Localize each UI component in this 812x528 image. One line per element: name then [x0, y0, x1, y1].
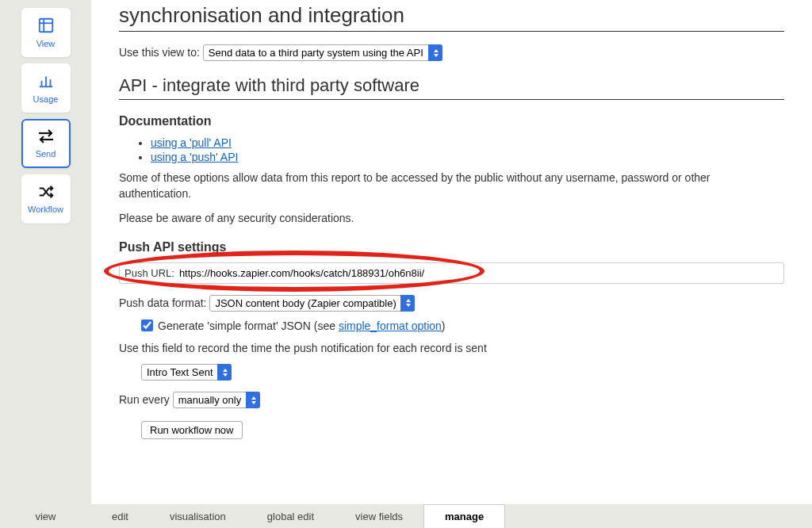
tab-visualisation[interactable]: visualisation: [149, 504, 247, 528]
simple-format-checkbox[interactable]: [141, 319, 153, 331]
svg-rect-0: [39, 19, 52, 33]
shuffle-icon: [37, 184, 55, 202]
list-item: using a 'pull' API: [151, 136, 784, 149]
tab-manage[interactable]: manage: [423, 504, 505, 528]
doc-links: using a 'pull' API using a 'push' API: [151, 136, 784, 163]
list-item: using a 'push' API: [151, 151, 784, 163]
bar-chart-icon: [37, 72, 55, 92]
warning-text-2: Please be aware of any security consider…: [119, 210, 784, 226]
simple-format-label: Generate 'simple format' JSON (see simpl…: [158, 319, 446, 332]
tab-edit[interactable]: edit: [91, 504, 149, 528]
api-heading: API - integrate with third party softwar…: [119, 75, 784, 100]
record-time-text: Use this field to record the time the pu…: [119, 340, 784, 356]
sidebar-item-usage[interactable]: Usage: [21, 63, 71, 113]
push-settings-heading: Push API settings: [119, 240, 784, 254]
push-api-link[interactable]: using a 'push' API: [151, 151, 238, 163]
simple-format-link[interactable]: simple_format option: [339, 319, 442, 332]
run-every-select[interactable]: manually only: [173, 392, 260, 408]
push-url-input[interactable]: [179, 266, 779, 281]
push-url-row: Push URL:: [119, 262, 784, 284]
warning-text-1: Some of these options allow data from th…: [119, 170, 784, 202]
simple-format-row: Generate 'simple format' JSON (see simpl…: [141, 319, 784, 332]
push-format-select[interactable]: JSON content body (Zapier compatible): [209, 295, 415, 312]
push-url-label: Push URL:: [124, 267, 174, 279]
tab-view[interactable]: view: [0, 504, 91, 528]
record-time-field-row: Intro Text Sent: [141, 364, 784, 381]
use-view-label: Use this view to:: [119, 46, 200, 59]
tab-view-fields[interactable]: view fields: [335, 504, 423, 528]
page-title: synchronisation and integration: [119, 3, 784, 32]
sidebar-item-send[interactable]: Send: [21, 119, 71, 168]
run-workflow-button[interactable]: Run workflow now: [141, 421, 243, 439]
documentation-heading: Documentation: [119, 114, 784, 128]
use-view-row: Use this view to: Send data to a third p…: [119, 44, 784, 61]
transfer-icon: [36, 128, 56, 147]
pull-api-link[interactable]: using a 'pull' API: [151, 136, 232, 149]
sidebar-item-workflow[interactable]: Workflow: [21, 174, 71, 224]
bottom-tabs: view edit visualisation global edit view…: [0, 504, 812, 528]
sidebar-item-view[interactable]: View: [21, 8, 71, 57]
push-format-label: Push data format:: [119, 297, 207, 309]
tab-global-edit[interactable]: global edit: [247, 504, 335, 528]
run-every-row: Run every manually only: [119, 392, 784, 408]
main-content: synchronisation and integration Use this…: [91, 0, 812, 504]
sidebar-item-label: Workflow: [28, 205, 63, 214]
use-view-select[interactable]: Send data to a third party system using …: [203, 44, 442, 61]
sidebar: View Usage Send Workflow: [0, 0, 91, 528]
grid-icon: [37, 17, 55, 36]
record-time-select[interactable]: Intro Text Sent: [141, 364, 232, 381]
push-format-row: Push data format: JSON content body (Zap…: [119, 295, 784, 312]
sidebar-item-label: Usage: [33, 94, 59, 104]
sidebar-item-label: View: [36, 39, 56, 48]
sidebar-item-label: Send: [36, 149, 56, 159]
run-every-label: Run every: [119, 393, 170, 406]
